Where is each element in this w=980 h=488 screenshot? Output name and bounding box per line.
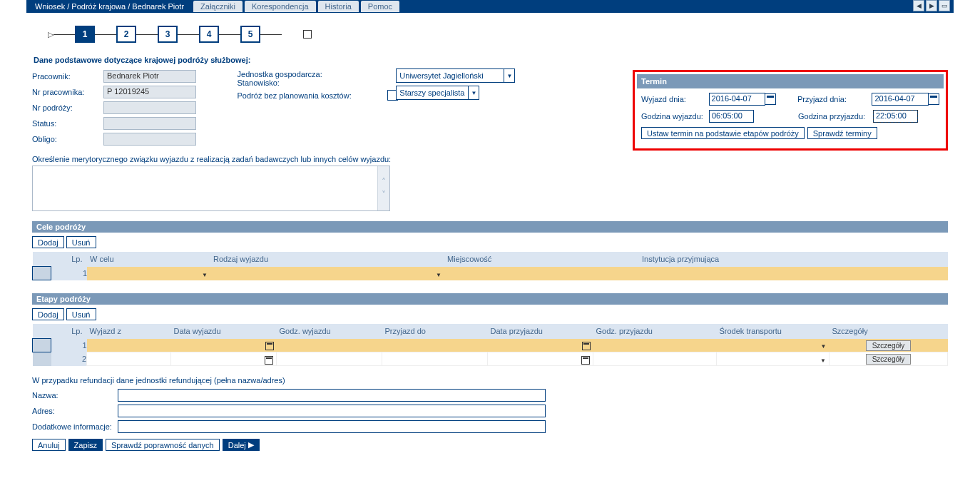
obligo-value [103,133,196,146]
jednostka-dropdown[interactable]: Uniwersytet Jagielloński▼ [396,68,515,83]
bez-plan-label: Podróż bez planowania kosztów: [238,91,387,100]
expand-icon[interactable]: ▭ [939,0,950,11]
jednostka-label: Jednostka gospodarcza: [238,70,359,78]
godz-przy-label: Godzina przyjazdu: [798,112,873,121]
nr-prac-label: Nr pracownika: [32,88,103,96]
stanowisko-label: Stanowisko: [238,78,359,87]
etapy-title: Etapy podróży [32,293,948,305]
cele-usun-button[interactable]: Usuń [66,236,96,248]
section-title: Dane podstawowe dotyczące krajowej podró… [34,56,948,64]
pracownik-label: Pracownik: [32,72,103,81]
wizard-step-2[interactable]: 2 [116,26,136,43]
wizard-step-5[interactable]: 5 [240,26,260,43]
tab-bar: Wniosek / Podróż krajowa / Bednarek Piot… [26,0,954,13]
tab-historia[interactable]: Historia [318,1,359,12]
zapisz-button[interactable]: Zapisz [68,439,103,451]
godz-wyj-label: Godzina wyjazdu: [641,112,709,121]
col-srodek: Środek transportu [717,324,830,339]
etapy-usun-button[interactable]: Usuń [66,308,96,320]
col-szcz: Szczegóły [830,324,948,339]
dalej-button[interactable]: Dalej ▶ [223,439,260,451]
przyjazd-dnia-input[interactable]: 2016-04-07 [872,93,929,106]
refund-title: W przypadku refundacji dane jednostki re… [32,376,948,385]
col-godzw: Godz. wyjazdu [277,324,382,339]
calendar-icon[interactable] [265,342,274,350]
nav-prev-icon[interactable]: ◀ [913,0,924,11]
sprawdz-button[interactable]: Sprawdź poprawność danych [106,439,220,451]
tab-wniosek[interactable]: Wniosek / Podróż krajowa / Bednarek Piot… [26,1,191,12]
dropdown-icon: ▼ [468,86,479,99]
col-przydo: Przyjazd do [382,324,488,339]
col-dataw: Data wyjazdu [171,324,277,339]
szczegoly-button[interactable]: Szczegóły [866,354,912,365]
tab-korespondencja[interactable]: Korespondencja [245,1,316,12]
anuluj-button[interactable]: Anuluj [32,439,66,451]
dropdown-icon[interactable]: ▼ [202,272,208,278]
calendar-icon[interactable] [928,93,939,105]
calendar-icon[interactable] [582,342,591,350]
calendar-icon[interactable] [581,356,590,365]
nav-next-icon[interactable]: ▶ [926,0,937,11]
wizard-start-icon: ▷ [48,30,53,39]
godz-przy-input[interactable]: 22:05:00 [873,110,918,123]
table-row[interactable]: 2 ▼ Szczegóły [33,352,948,366]
godz-wyj-input[interactable]: 06:05:00 [709,110,754,123]
dod-input[interactable] [118,420,546,433]
adres-label: Adres: [32,407,118,415]
status-label: Status: [32,119,103,128]
calendar-icon[interactable] [265,356,273,365]
tab-zalaczniki[interactable]: Załączniki [193,1,243,12]
okreslenie-textarea[interactable]: ˄˅ [32,166,390,211]
ustaw-termin-button[interactable]: Ustaw termin na podstawie etapów podróży [641,127,805,139]
stanowisko-dropdown[interactable]: Starszy specjalista▼ [396,86,479,100]
szczegoly-button[interactable]: Szczegóły [866,340,912,351]
wizard-step-3[interactable]: 3 [158,26,178,43]
calendar-icon[interactable] [765,93,776,105]
cele-dodaj-button[interactable]: Dodaj [32,236,64,248]
etapy-table: Lp. Wyjazd z Data wyjazdu Godz. wyjazdu … [32,324,948,366]
nr-podrozy-label: Nr podróży: [32,103,103,112]
wizard-steps: ▷ 1 2 3 4 5 [48,26,954,43]
col-inst: Instytucja przyjmująca [639,252,948,267]
wizard-step-4[interactable]: 4 [199,26,219,43]
dropdown-icon[interactable]: ▼ [436,272,441,278]
scroll-up-icon[interactable]: ˄ [382,177,386,187]
tab-pomoc[interactable]: Pomoc [361,1,399,12]
okreslenie-label: Określenie merytorycznego związku wyjazd… [32,155,391,163]
col-wcelu: W celu [87,252,210,267]
dropdown-icon: ▼ [504,69,514,82]
cele-table: Lp. W celu Rodzaj wyjazdu Miejscowość In… [32,252,948,280]
col-godzp: Godz. przyjazdu [593,324,717,339]
col-lp: Lp. [51,324,87,339]
wyjazd-dnia-label: Wyjazd dnia: [641,95,709,103]
nazwa-label: Nazwa: [32,391,118,400]
col-datap: Data przyjazdu [488,324,593,339]
wizard-end-icon [303,30,312,39]
pracownik-value: Bednarek Piotr [103,70,196,83]
table-row[interactable]: 1 ▼ Szczegóły [33,339,948,352]
col-wyjazdz: Wyjazd z [87,324,171,339]
nazwa-input[interactable] [118,389,546,402]
nr-prac-value: P 12019245 [103,86,196,98]
wyjazd-dnia-input[interactable]: 2016-04-07 [709,93,766,106]
wizard-step-1[interactable]: 1 [75,26,95,43]
sprawdz-terminy-button[interactable]: Sprawdź terminy [807,127,877,139]
etapy-dodaj-button[interactable]: Dodaj [32,308,64,320]
status-value [103,117,196,130]
col-lp: Lp. [51,252,88,267]
przyjazd-dnia-label: Przyjazd dnia: [797,95,872,103]
termin-title: Termin [637,74,944,88]
col-rodzaj: Rodzaj wyjazdu [210,252,444,267]
dropdown-icon[interactable]: ▼ [820,357,826,364]
col-miejsc: Miejscowość [444,252,639,267]
obligo-label: Obligo: [32,135,103,143]
scroll-down-icon[interactable]: ˅ [382,190,386,200]
cele-title: Cele podróży [32,221,948,233]
table-row[interactable]: 1 ▼ ▼ [33,267,949,280]
nr-podrozy-value [103,101,196,114]
dropdown-icon[interactable]: ▼ [821,343,827,350]
dod-label: Dodatkowe informacje: [32,422,118,431]
adres-input[interactable] [118,405,546,417]
termin-panel: Termin Wyjazd dnia: 2016-04-07 Przyjazd … [633,70,948,151]
